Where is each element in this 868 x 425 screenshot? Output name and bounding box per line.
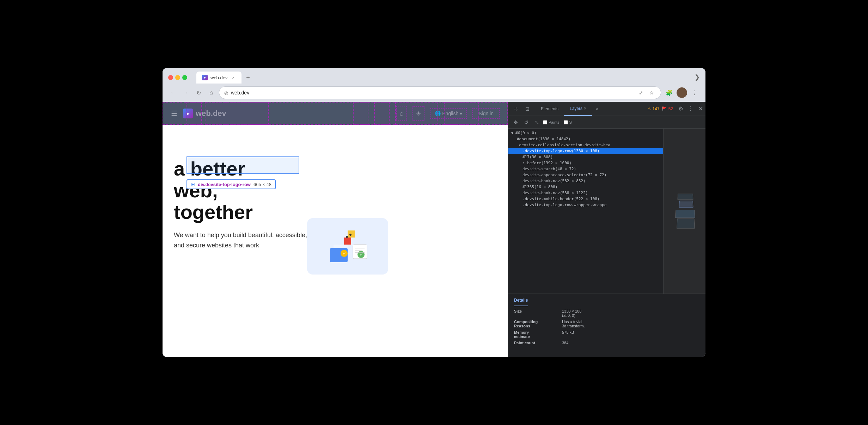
svg-marker-2 bbox=[344, 238, 351, 245]
layer-item-0[interactable]: #document(1330 × 14842) bbox=[508, 136, 663, 142]
devtools-header-tools: ⊹ ⊡ bbox=[508, 104, 535, 114]
close-traffic-light[interactable] bbox=[168, 75, 173, 80]
details-paint-label: Paint count bbox=[514, 341, 556, 345]
profile-button[interactable] bbox=[677, 87, 687, 98]
layer-text-1: .devsite-collapsible-section.devsite-hea bbox=[517, 143, 610, 147]
title-bar: ▸ web.dev × + ❯ bbox=[163, 68, 705, 84]
url-actions: ⤢ ☆ bbox=[637, 88, 656, 97]
forward-button[interactable]: → bbox=[181, 88, 191, 98]
more-tabs-button[interactable]: » bbox=[592, 104, 602, 114]
devtools-more-button[interactable]: ⋮ bbox=[686, 104, 696, 114]
col-highlight-2 bbox=[206, 102, 269, 125]
url-security-icon: ◎ bbox=[224, 90, 228, 96]
layers-tab[interactable]: Layers × bbox=[564, 102, 592, 116]
devtools-panel: ⊹ ⊡ Elements Layers × » ⚠ 147 🚩 bbox=[508, 102, 705, 357]
layer-text-2: .devsite-top-logo-row(1330 × 108) bbox=[522, 149, 600, 153]
col-highlight-lang bbox=[395, 102, 438, 125]
layers-tree[interactable]: ▼ #6(0 × 0) #document(1330 × 14842) .dev… bbox=[508, 129, 663, 294]
layers-tab-close[interactable]: × bbox=[584, 106, 586, 111]
details-memory-row: Memoryestimate 575 kB bbox=[514, 330, 700, 339]
url-input[interactable] bbox=[231, 90, 634, 96]
layer-item-5[interactable]: devsite-search(48 × 72) bbox=[508, 166, 663, 172]
s-input[interactable] bbox=[564, 120, 568, 124]
elements-tab[interactable]: Elements bbox=[535, 102, 564, 116]
layer-item-10[interactable]: .devsite-mobile-header(522 × 108) bbox=[508, 196, 663, 202]
paints-label: Paints bbox=[549, 120, 560, 124]
details-paint-value: 384 bbox=[562, 341, 568, 345]
layer-text-7: devsite-book-nav(582 × 852) bbox=[522, 179, 586, 183]
hero-illustration: ✓ ✓ bbox=[307, 218, 388, 275]
webdev-menu-icon[interactable]: ☰ bbox=[171, 109, 177, 118]
devtools-toolbar: ✥ ↺ ⤡ Paints S bbox=[508, 116, 705, 129]
layer-item-3[interactable]: #17(30 × 808) bbox=[508, 154, 663, 160]
layer-text-9: devsite-book-nav(538 × 1122) bbox=[522, 191, 588, 195]
url-bar[interactable]: ◎ ⤢ ☆ bbox=[219, 86, 661, 99]
layer-item-11[interactable]: .devsite-top-logo-row-wrapper-wrappe bbox=[508, 202, 663, 208]
tab-bar: ▸ web.dev × + bbox=[196, 72, 253, 84]
devtools-error-count[interactable]: 🚩 52 bbox=[662, 106, 673, 111]
layer-text-11: .devsite-top-logo-row-wrapper-wrappe bbox=[522, 203, 606, 207]
device-toolbar-button[interactable]: ⊡ bbox=[522, 104, 532, 114]
layer-item-6[interactable]: devsite-appearance-selector(72 × 72) bbox=[508, 172, 663, 178]
details-panel: Details Size 1330 × 108(at 0, 0) Composi… bbox=[508, 294, 705, 357]
element-name-label: div.devsite-top-logo-row bbox=[198, 182, 251, 187]
webpage: ☰ ▸ web.dev ⌕ ☀ 🌐 English ▾ Sign in bbox=[163, 102, 508, 357]
details-size-label: Size bbox=[514, 309, 556, 318]
scale-tool-button[interactable]: ⤡ bbox=[532, 118, 542, 127]
col-highlight-signin bbox=[444, 102, 479, 125]
tab-favicon: ▸ bbox=[202, 75, 208, 80]
layer-text-0: #document(1330 × 14842) bbox=[517, 137, 570, 141]
layer-text-3: #17(30 × 808) bbox=[522, 155, 553, 159]
layer-item-2[interactable]: .devsite-top-logo-row(1330 × 108) bbox=[508, 148, 663, 154]
s-label: S bbox=[569, 120, 572, 124]
error-number: 52 bbox=[668, 106, 673, 111]
rotate-tool-button[interactable]: ↺ bbox=[522, 118, 531, 127]
layer-stack bbox=[674, 190, 695, 232]
active-tab[interactable]: ▸ web.dev × bbox=[196, 72, 242, 84]
inspect-button[interactable]: ⊹ bbox=[511, 104, 521, 114]
refresh-button[interactable]: ↻ bbox=[194, 88, 203, 98]
details-compositing-label: CompositingReasons bbox=[514, 320, 556, 328]
paints-checkbox[interactable]: Paints bbox=[543, 120, 560, 124]
layer-item-9[interactable]: devsite-book-nav(538 × 1122) bbox=[508, 190, 663, 196]
open-in-new-tab-button[interactable]: ⤢ bbox=[637, 88, 645, 97]
more-menu-button[interactable]: ⋮ bbox=[689, 87, 700, 98]
minimize-traffic-light[interactable] bbox=[175, 75, 180, 80]
back-button[interactable]: ← bbox=[168, 88, 178, 98]
devtools-settings-button[interactable]: ⚙ bbox=[676, 104, 686, 114]
svg-rect-1 bbox=[334, 245, 348, 248]
webpage-inner: ☰ ▸ web.dev ⌕ ☀ 🌐 English ▾ Sign in bbox=[163, 102, 508, 357]
s-checkbox[interactable]: S bbox=[564, 120, 572, 124]
svg-text:✓: ✓ bbox=[343, 251, 346, 256]
maximize-traffic-light[interactable] bbox=[182, 75, 187, 80]
browser-window: ▸ web.dev × + ❯ ← → ↻ ⌂ ◎ ⤢ ☆ 🧩 bbox=[163, 68, 705, 357]
layer-item-root[interactable]: ▼ #6(0 × 0) bbox=[508, 130, 663, 136]
layer-vis-3 bbox=[677, 194, 693, 200]
details-compositing-row: CompositingReasons Has a trivial3d trans… bbox=[514, 320, 700, 328]
layer-text-5: devsite-search(48 × 72) bbox=[522, 167, 576, 171]
layer-item-8[interactable]: #1365(16 × 808) bbox=[508, 184, 663, 190]
layer-item-1[interactable]: .devsite-collapsible-section.devsite-hea bbox=[508, 142, 663, 148]
tab-title: web.dev bbox=[210, 75, 227, 80]
content-area: ☰ ▸ web.dev ⌕ ☀ 🌐 English ▾ Sign in bbox=[163, 102, 705, 357]
move-tool-button[interactable]: ✥ bbox=[511, 118, 520, 127]
element-tooltip: ⊞ div.devsite-top-logo-row 665 × 48 bbox=[187, 179, 276, 189]
tab-overflow-button[interactable]: ❯ bbox=[695, 73, 700, 81]
layer-item-4[interactable]: ::before(1392 × 1000) bbox=[508, 160, 663, 166]
home-button[interactable]: ⌂ bbox=[206, 88, 216, 98]
details-size-value: 1330 × 108(at 0, 0) bbox=[562, 309, 581, 318]
devtools-warning-count[interactable]: ⚠ 147 bbox=[647, 106, 660, 111]
new-tab-button[interactable]: + bbox=[243, 73, 253, 82]
element-size-label: 665 × 48 bbox=[253, 182, 271, 187]
error-icon: 🚩 bbox=[662, 106, 667, 111]
col-highlight-theme bbox=[374, 102, 390, 125]
tab-close-button[interactable]: × bbox=[230, 75, 236, 80]
bookmark-button[interactable]: ☆ bbox=[647, 88, 656, 97]
extension-button[interactable]: 🧩 bbox=[664, 87, 674, 98]
layer-item-7[interactable]: devsite-book-nav(582 × 852) bbox=[508, 178, 663, 184]
paints-input[interactable] bbox=[543, 120, 547, 124]
hero-subtitle: We want to help you build beautiful, acc… bbox=[174, 230, 322, 251]
svg-text:✓: ✓ bbox=[360, 252, 363, 257]
col-highlight-1 bbox=[187, 102, 202, 125]
devtools-close-button[interactable]: ✕ bbox=[696, 104, 705, 114]
